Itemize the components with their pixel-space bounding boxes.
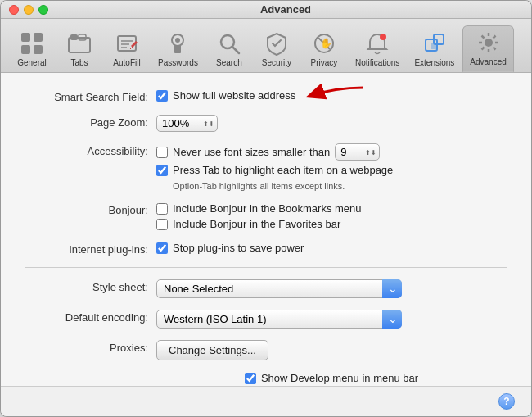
svg-line-28 [481, 36, 484, 39]
stop-plugins-row: Stop plug-ins to save power [156, 242, 304, 254]
show-develop-checkbox[interactable] [245, 373, 256, 384]
change-settings-button[interactable]: Change Settings... [156, 340, 268, 360]
svg-rect-0 [21, 33, 30, 42]
toolbar-item-advanced[interactable]: Advanced [462, 25, 513, 72]
red-arrow-icon [302, 84, 367, 108]
zoom-row: 75% 85% 90% 95% 100% 110% 125% 150% [156, 115, 218, 132]
style-sheet-label: Style sheet: [25, 279, 156, 293]
svg-rect-13 [174, 45, 181, 53]
autofill-label: AutoFill [113, 58, 140, 67]
svg-rect-7 [118, 36, 136, 51]
bonjour-favorites-label: Include Bonjour in the Favorites bar [173, 218, 340, 230]
help-button[interactable]: ? [498, 393, 515, 410]
bonjour-favorites-row: Include Bonjour in the Favorites bar [156, 218, 362, 230]
bonjour-bookmarks-label: Include Bonjour in the Bookmarks menu [173, 202, 362, 215]
advanced-icon [476, 29, 502, 56]
tabs-label: Tabs [70, 58, 88, 67]
smart-search-checkbox[interactable] [156, 90, 168, 102]
stop-plugins-checkbox[interactable] [156, 242, 168, 254]
advanced-label: Advanced [470, 57, 506, 66]
toolbar-item-security[interactable]: Security [254, 27, 300, 72]
toolbar-item-passwords[interactable]: Passwords [151, 27, 205, 72]
smart-search-controls: Show full website address [156, 89, 295, 102]
traffic-lights [9, 5, 48, 15]
minimize-button[interactable] [24, 5, 34, 15]
toolbar-item-privacy[interactable]: ✋ Privacy [301, 27, 347, 72]
page-zoom-row: Page Zoom: 75% 85% 90% 95% 100% 110% 125… [25, 115, 507, 132]
style-sheet-select[interactable]: None Selected [156, 279, 402, 298]
show-develop-label: Show Develop menu in menu bar [261, 372, 418, 384]
internet-plugins-label: Internet plug-ins: [25, 242, 156, 256]
font-size-select[interactable]: 9 10 11 12 14 [335, 143, 380, 161]
security-label: Security [262, 58, 291, 67]
toolbar-item-notifications[interactable]: Notifications [349, 27, 406, 72]
tabs-icon [66, 30, 92, 57]
extensions-label: Extensions [414, 58, 454, 67]
accessibility-label: Accessibility: [25, 143, 156, 157]
toolbar-item-extensions[interactable]: Extensions [408, 27, 461, 72]
bonjour-bookmarks-row: Include Bonjour in the Bookmarks menu [156, 202, 362, 215]
privacy-label: Privacy [311, 58, 338, 67]
general-icon [19, 30, 45, 57]
svg-rect-3 [34, 45, 43, 54]
svg-line-16 [232, 47, 239, 53]
bonjour-bookmarks-checkbox[interactable] [156, 203, 168, 215]
bonjour-favorites-checkbox[interactable] [156, 219, 168, 230]
press-tab-label: Press Tab to highlight each item on a we… [173, 164, 393, 176]
svg-point-23 [485, 39, 493, 47]
titlebar: Advanced [1, 1, 531, 19]
bonjour-label: Bonjour: [25, 202, 156, 216]
style-sheet-row: Style sheet: None Selected [25, 279, 507, 298]
passwords-label: Passwords [158, 58, 198, 67]
press-tab-checkbox[interactable] [156, 165, 168, 176]
page-zoom-label: Page Zoom: [25, 115, 156, 129]
show-develop-controls: Show Develop menu in menu bar [245, 372, 418, 384]
safari-window: Advanced General [0, 0, 532, 417]
svg-rect-2 [21, 45, 30, 54]
proxies-label: Proxies: [25, 340, 156, 354]
never-font-size-checkbox[interactable] [156, 147, 168, 158]
internet-plugins-row: Internet plug-ins: Stop plug-ins to save… [25, 242, 507, 256]
notifications-icon [364, 30, 390, 57]
svg-text:✋: ✋ [320, 37, 332, 49]
close-button[interactable] [9, 5, 19, 15]
proxies-controls: Change Settings... [156, 340, 268, 360]
search-label: Search [216, 58, 242, 67]
proxies-row: Proxies: Change Settings... [25, 340, 507, 360]
smart-search-row: Smart Search Field: Show full website ad… [25, 89, 507, 103]
svg-line-29 [493, 48, 495, 50]
internet-plugins-controls: Stop plug-ins to save power [156, 242, 304, 254]
maximize-button[interactable] [38, 5, 48, 15]
svg-point-14 [175, 38, 180, 43]
default-encoding-controls: Western (ISO Latin 1) [156, 310, 402, 329]
content-area: Smart Search Field: Show full website ad… [1, 73, 531, 386]
privacy-icon: ✋ [311, 30, 337, 57]
svg-line-30 [493, 36, 495, 39]
option-tab-note: Option-Tab highlights all items except l… [173, 181, 393, 191]
default-encoding-label: Default encoding: [25, 310, 156, 324]
show-develop-checkbox-row: Show Develop menu in menu bar [245, 372, 418, 384]
notifications-label: Notifications [355, 58, 399, 67]
toolbar-item-tabs[interactable]: Tabs [56, 27, 102, 72]
accessibility-row: Accessibility: Never use font sizes smal… [25, 143, 507, 191]
toolbar: General Tabs [1, 19, 531, 73]
style-sheet-select-wrapper: None Selected [156, 279, 402, 298]
zoom-select-wrapper: 75% 85% 90% 95% 100% 110% 125% 150% [156, 115, 218, 132]
divider [25, 267, 507, 268]
security-icon [264, 30, 290, 57]
extensions-icon [422, 30, 448, 57]
toolbar-item-autofill[interactable]: AutoFill [104, 27, 150, 72]
font-size-select-wrapper: 9 10 11 12 14 [335, 143, 380, 161]
general-label: General [17, 58, 47, 67]
passwords-icon [165, 30, 191, 57]
toolbar-item-general[interactable]: General [9, 27, 55, 72]
encoding-select[interactable]: Western (ISO Latin 1) [156, 310, 402, 329]
bonjour-row: Bonjour: Include Bonjour in the Bookmark… [25, 202, 507, 230]
svg-rect-22 [431, 43, 437, 49]
footer: ? [1, 386, 531, 416]
window-title: Advanced [48, 3, 523, 16]
toolbar-item-search[interactable]: Search [206, 27, 252, 72]
autofill-icon [114, 30, 140, 57]
zoom-select[interactable]: 75% 85% 90% 95% 100% 110% 125% 150% [156, 115, 218, 132]
smart-search-checkbox-row: Show full website address [156, 89, 295, 102]
